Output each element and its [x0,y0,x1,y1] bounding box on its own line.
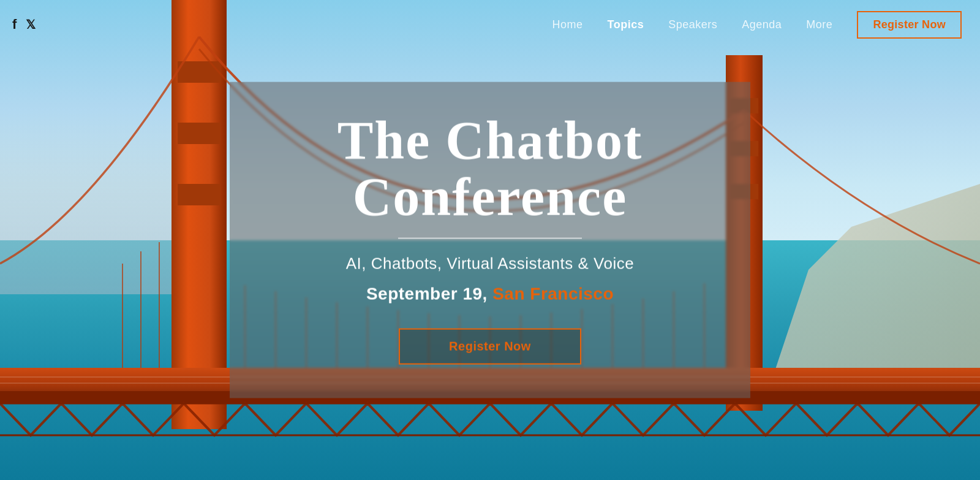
nav-topics[interactable]: Topics [608,18,644,31]
nav-more[interactable]: More [806,18,832,31]
hero-title: The Chatbot Conference [266,112,714,226]
facebook-icon[interactable]: f [12,17,17,32]
hero-city: San Francisco [492,284,614,303]
hero-section: f 𝕏 Home Topics Speakers Agenda More Reg… [0,0,980,480]
nav-speakers[interactable]: Speakers [668,18,717,31]
hero-subtitle: AI, Chatbots, Virtual Assistants & Voice [266,254,714,273]
hero-overlay: The Chatbot Conference AI, Chatbots, Vir… [230,82,750,398]
nav-links: Home Topics Speakers Agenda More Registe… [552,11,962,39]
hero-divider [398,238,582,239]
nav-home[interactable]: Home [552,18,583,31]
hero-date: September 19, San Francisco [266,284,714,304]
hero-cta-button[interactable]: Register Now [399,329,581,365]
social-icons: f 𝕏 [12,17,36,32]
cityscape-decoration [0,110,172,294]
twitter-icon[interactable]: 𝕏 [26,17,36,32]
nav-register-button[interactable]: Register Now [857,11,962,39]
nav-agenda[interactable]: Agenda [742,18,782,31]
navbar: f 𝕏 Home Topics Speakers Agenda More Reg… [0,0,980,49]
